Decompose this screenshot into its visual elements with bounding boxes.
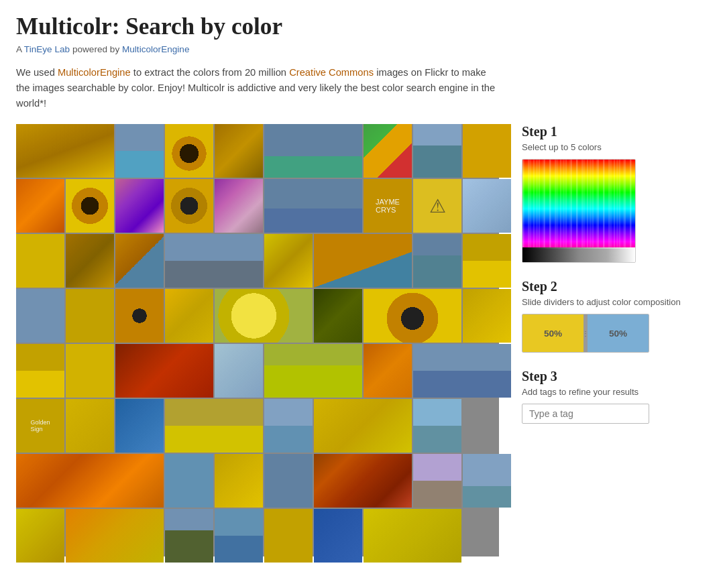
mosaic-cell (215, 124, 263, 178)
mosaic-cell (165, 454, 213, 508)
mosaic-cell (314, 399, 412, 453)
step1-description: Select up to 5 colors (522, 142, 705, 152)
mosaic-cell (16, 234, 64, 288)
mosaic-cell (66, 234, 114, 288)
mosaic-cell (264, 509, 313, 563)
color1-segment: 50% (522, 314, 584, 352)
mosaic-cell (413, 454, 461, 508)
mosaic-cell (165, 179, 213, 233)
mosaic-cell (115, 124, 164, 178)
mosaic-cell (165, 399, 263, 453)
mosaic-cell (165, 124, 213, 178)
mosaic-cell (364, 124, 412, 178)
step2-description: Slide dividers to adjust color compositi… (522, 297, 705, 307)
mosaic-cell (115, 344, 213, 398)
step3-title: Step 3 (522, 369, 705, 384)
mosaic-cell (16, 344, 64, 398)
color-picker[interactable] (522, 159, 636, 263)
mosaic-cell (66, 509, 164, 563)
mosaic-cell (264, 124, 362, 178)
mosaic-cell (215, 289, 313, 343)
mosaic-cell (463, 289, 511, 343)
mosaic-cell (463, 234, 511, 288)
mosaic-cell (413, 124, 461, 178)
mosaic-cell (463, 124, 511, 178)
mosaic-cell (264, 344, 362, 398)
mosaic-cell (66, 344, 114, 398)
mosaic-cell (215, 454, 263, 508)
multicolor-engine-link[interactable]: MulticolorEngine (122, 44, 190, 54)
mosaic-cell: JAYMECRYS (364, 179, 412, 233)
mosaic-cell (413, 399, 461, 453)
mosaic-cell (463, 454, 511, 508)
mosaic-cell (413, 234, 461, 288)
mosaic-cell (264, 179, 362, 233)
mosaic-cell (16, 289, 64, 343)
mosaic-cell (264, 234, 313, 288)
mosaic-cell (115, 179, 164, 233)
mosaic-cell (16, 124, 114, 178)
tineye-link[interactable]: TinEye Lab (24, 44, 70, 54)
tag-input[interactable] (522, 404, 649, 424)
multicolorengine-link[interactable]: MulticolorEngine (58, 67, 131, 78)
mosaic-cell (66, 399, 114, 453)
mosaic-cell (314, 234, 412, 288)
mosaic-cell (364, 509, 461, 563)
mosaic-cell (264, 454, 313, 508)
mosaic-cell: GoldenSign (16, 399, 64, 453)
mosaic-cell (215, 179, 263, 233)
mosaic-cell (165, 234, 263, 288)
mosaic-cell (16, 454, 164, 508)
mosaic-cell (364, 289, 461, 343)
photo-mosaic: JAYMECRYS GoldenSign (16, 124, 499, 556)
mosaic-cell (66, 289, 114, 343)
mosaic-cell (215, 344, 263, 398)
main-layout: JAYMECRYS GoldenSign (16, 124, 705, 556)
mosaic-cell (314, 289, 362, 343)
mosaic-cell (463, 179, 511, 233)
mosaic-cell (115, 234, 164, 288)
mosaic-cell (364, 344, 412, 398)
step2-title: Step 2 (522, 279, 705, 294)
mosaic-cell (165, 509, 213, 563)
step1-block: Step 1 Select up to 5 colors (522, 124, 705, 263)
sidebar: Step 1 Select up to 5 colors Step 2 Slid… (515, 124, 705, 440)
mosaic-cell (16, 509, 64, 563)
color1-percent: 50% (544, 329, 562, 339)
step3-description: Add tags to refine your results (522, 387, 705, 397)
page-description: We used MulticolorEngine to extract the … (16, 65, 499, 111)
mosaic-cell (413, 344, 511, 398)
creative-commons-link[interactable]: Creative Commons (289, 67, 374, 78)
mosaic-cell (16, 179, 64, 233)
color2-segment: 50% (588, 314, 649, 352)
color-composition-slider[interactable]: 50% ⋮ 50% (522, 314, 649, 353)
color2-percent: 50% (609, 329, 627, 339)
mosaic-cell (165, 289, 213, 343)
step3-block: Step 3 Add tags to refine your results (522, 369, 705, 424)
step1-title: Step 1 (522, 124, 705, 139)
mosaic-cell (413, 179, 461, 233)
page-title: Multicolr: Search by color (16, 13, 705, 40)
mosaic-cell (66, 179, 114, 233)
mosaic-cell (314, 454, 412, 508)
mosaic-cell (215, 509, 263, 563)
mosaic-cell (115, 289, 164, 343)
step2-block: Step 2 Slide dividers to adjust color co… (522, 279, 705, 353)
mosaic-cell (115, 399, 164, 453)
subtitle: A TinEye Lab powered by MulticolorEngine (16, 44, 705, 54)
mosaic-cell (264, 399, 313, 453)
mosaic-cell (314, 509, 362, 563)
